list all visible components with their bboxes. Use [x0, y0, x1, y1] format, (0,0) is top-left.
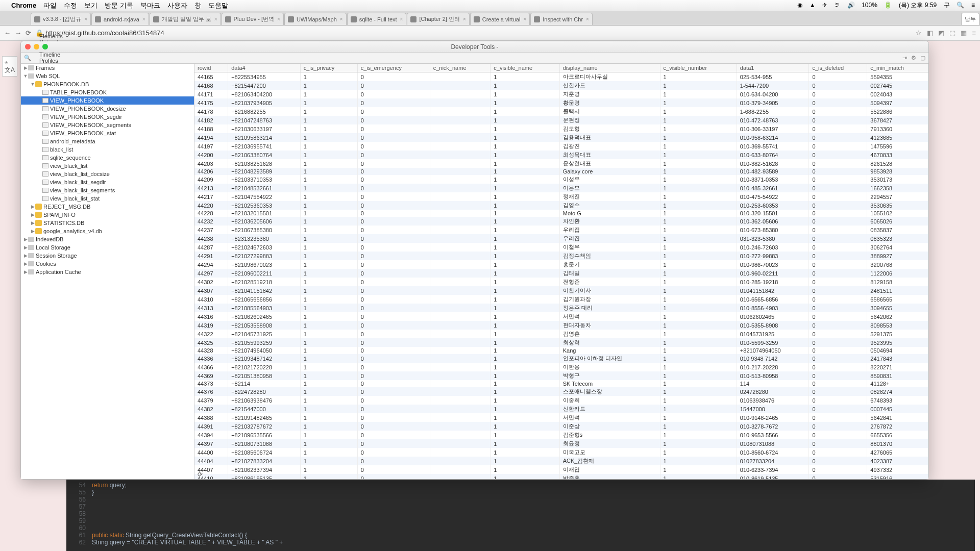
table-row[interactable]: 44168+8215447200101신한카드11-544-7200000274… [194, 81, 928, 90]
close-tab-icon[interactable]: × [400, 16, 403, 22]
browser-tab[interactable]: UWIMaps/Maph× [284, 13, 347, 25]
table-row[interactable]: 44171+821063404200101지훈영1010-634-0420000… [194, 90, 928, 98]
translate-popup[interactable]: ⟐文A [2, 56, 17, 77]
table-row[interactable]: 44302+821028519218101전형준1010-285-1921808… [194, 278, 928, 286]
tree-category[interactable]: ▶Local Storage [21, 243, 194, 252]
tree-db[interactable]: ▶SPAM_INFO [21, 211, 194, 219]
reload-icon[interactable]: ⟳ [194, 470, 928, 479]
table-row[interactable]: 44316+821062602465101서민석1010626024650564… [194, 312, 928, 321]
tree-category[interactable]: ▶Application Cache [21, 268, 194, 276]
table-row[interactable]: 44369+821051380958101박형구1010-513-8095808… [194, 371, 928, 380]
disclosure-icon[interactable]: ▶ [23, 245, 28, 250]
table-row[interactable]: 44194+821095863214101김용덕대표1010-958-63214… [194, 133, 928, 142]
disclosure-icon[interactable]: ▼ [30, 82, 35, 87]
inspect-icon[interactable]: 🔍 [24, 55, 31, 61]
code-line[interactable]: 55 } [66, 489, 975, 496]
table-row[interactable]: 44391+821032787672101이준상1010-3278-767202… [194, 422, 928, 431]
code-line[interactable]: 59 [66, 517, 975, 524]
table-row[interactable]: 44197+821036955741101김광진1010-369-5574101… [194, 142, 928, 151]
table-row[interactable]: 44382+8215447000101신한카드11544700000007445 [194, 405, 928, 413]
window-controls[interactable] [25, 44, 48, 49]
menu-file[interactable]: 파일 [43, 1, 57, 10]
table-row[interactable]: 44294+821098670023101홍문기1010-986-7002303… [194, 260, 928, 269]
browser-tab[interactable]: android-rxjava× [91, 13, 149, 25]
forward-button[interactable]: → [15, 29, 21, 37]
disclosure-icon[interactable]: ▶ [23, 253, 28, 258]
table-row[interactable]: 44287+821024672603101이철우1010-246-7260303… [194, 243, 928, 252]
zoom-icon[interactable] [42, 44, 48, 49]
tree-table[interactable]: view_black_list_stat [21, 194, 194, 203]
tree-db[interactable]: ▶STATISTICS.DB [21, 219, 194, 227]
tree-table[interactable]: black_list [21, 145, 194, 154]
menu-help[interactable]: 도움말 [208, 1, 228, 10]
drawer-icon[interactable]: ⇥ [902, 55, 907, 61]
table-row[interactable]: 44397+821080731088101최윤정1010807310880880… [194, 439, 928, 448]
code-line[interactable]: 56 [66, 496, 975, 503]
table-row[interactable]: 44175+821037934905101황문경1010-379-3490505… [194, 98, 928, 107]
browser-tab[interactable]: 개발팀 일일 업무 보× [150, 13, 221, 25]
table-row[interactable]: 44291+821027299883101김정수책임1010-272-99883… [194, 252, 928, 260]
table-row[interactable]: 44182+821047248763101문현정1010-472-4876303… [194, 116, 928, 124]
data-grid[interactable]: rowiddata4c_is_privacyc_is_emergencyc_ni… [194, 64, 928, 479]
disclosure-icon[interactable]: ▶ [30, 229, 35, 234]
table-row[interactable]: 44237+821067385380101우리집1010-673-8538000… [194, 226, 928, 234]
ext-icon[interactable]: ⬚ [949, 29, 955, 37]
disclosure-icon[interactable]: ▶ [23, 237, 28, 242]
table-row[interactable]: 44328+821074964050101Kang1+8210749640500… [194, 347, 928, 354]
profile-button[interactable]: 남두 [961, 13, 979, 25]
close-tab-icon[interactable]: × [340, 16, 343, 22]
disclosure-icon[interactable]: ▶ [23, 261, 28, 266]
table-row[interactable]: 44217+821047554922101정재진1010-475-5492202… [194, 192, 928, 201]
table-row[interactable]: 44388+821091482465101서민석1010-9148-246505… [194, 413, 928, 422]
table-row[interactable]: 44379+821063938476101이중희1010639384760674… [194, 396, 928, 405]
table-row[interactable]: 44313+821085564903101정용주 대리1010-8556-490… [194, 304, 928, 312]
tree-table[interactable]: sqlite_sequence [21, 154, 194, 162]
status-icon[interactable]: ▲ [810, 2, 816, 9]
wifi-icon[interactable]: ⚞ [835, 2, 840, 9]
tree-category[interactable]: ▶Session Storage [21, 252, 194, 260]
column-header[interactable]: rowid [194, 64, 228, 72]
active-app[interactable]: Chrome [11, 2, 36, 9]
table-row[interactable]: 44376+8224728280101스포애니헬스장10247282800082… [194, 387, 928, 396]
table-row[interactable]: 44203+821038251628101윤상현대표1010-382-51628… [194, 159, 928, 168]
code-line[interactable]: 60 [66, 524, 975, 532]
dock-icon[interactable]: ▢ [920, 55, 925, 61]
close-tab-icon[interactable]: × [277, 16, 280, 22]
disclosure-icon[interactable]: ▶ [30, 212, 35, 217]
notifications-icon[interactable]: ≡ [971, 2, 975, 9]
star-icon[interactable]: ☆ [916, 29, 922, 37]
close-tab-icon[interactable]: × [84, 16, 87, 22]
browser-tab[interactable]: v3.3.8 · [김범규× [31, 13, 91, 25]
menu-people[interactable]: 사용자 [167, 1, 187, 10]
column-header[interactable]: c_nick_name [430, 64, 491, 72]
menu-icon[interactable]: ≡ [972, 29, 976, 37]
table-row[interactable]: 44213+821048532661101이용모1010-485-3266101… [194, 184, 928, 192]
close-tab-icon[interactable]: × [142, 16, 145, 22]
code-line[interactable]: 57 [66, 503, 975, 510]
close-icon[interactable] [25, 44, 31, 49]
devtools-titlebar[interactable]: Developer Tools - [21, 41, 928, 53]
table-row[interactable]: 44366+821021720228101이한용1010-217-2022808… [194, 363, 928, 371]
settings-icon[interactable]: ⚙ [911, 55, 916, 61]
table-row[interactable]: 44322+821045731925101김영훈1010457319250529… [194, 330, 928, 338]
table-row[interactable]: 44238+82313235380101우리집1031-323-53800083… [194, 234, 928, 243]
column-header[interactable]: c_is_emergency [357, 64, 430, 72]
browser-tab[interactable]: [Chapter 2] 인터× [407, 13, 469, 25]
tree-category[interactable]: ▶Cookies [21, 260, 194, 268]
table-row[interactable]: 44336+821093487142101인포피아 이하정 디자인1010 93… [194, 354, 928, 363]
code-line[interactable]: 62 String query = "CREATE VIRTUAL TABLE … [66, 539, 975, 546]
tree-category[interactable]: ▶IndexedDB [21, 235, 194, 243]
tree-table[interactable]: VIEW_PHONEBOOK [21, 96, 194, 105]
back-button[interactable]: ← [4, 29, 11, 37]
table-row[interactable]: 44206+821048293589101Galaxy core1010-482… [194, 168, 928, 175]
table-row[interactable]: 44228+821032015501101Moto G1010-320-1550… [194, 210, 928, 217]
table-row[interactable]: 44325+821055993259101최상혁1010-5599-325909… [194, 338, 928, 347]
volume-icon[interactable]: 🔊 [847, 2, 855, 9]
ext-icon[interactable]: ▦ [961, 29, 967, 37]
tree-table[interactable]: view_black_list_segments [21, 186, 194, 194]
table-row[interactable]: 44220+821025360353101김영수1010-253-6035303… [194, 201, 928, 210]
table-row[interactable]: 44178+8216882255101콜택시11-688-22550552288… [194, 107, 928, 116]
table-row[interactable]: 44400+821085606724101미국고모1010-8560-67240… [194, 448, 928, 457]
status-icon[interactable]: ✈ [822, 2, 827, 9]
minimize-icon[interactable] [34, 44, 39, 49]
